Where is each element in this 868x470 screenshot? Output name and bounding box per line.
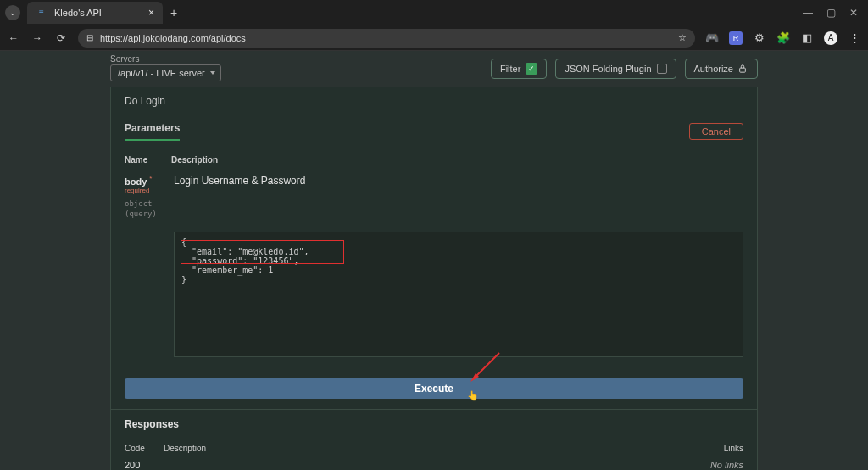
forward-button[interactable]: →: [31, 31, 44, 45]
reload-button[interactable]: ⟳: [54, 31, 68, 45]
servers-label: Servers: [110, 54, 139, 64]
execute-button[interactable]: Execute: [125, 378, 743, 399]
cancel-button[interactable]: Cancel: [689, 123, 743, 140]
col-header-name: Name: [125, 155, 171, 165]
response-description: successful operation: [164, 460, 693, 470]
response-links: No links: [693, 460, 743, 470]
resp-col-code: Code: [125, 444, 164, 453]
profile-avatar-icon[interactable]: A: [824, 31, 837, 45]
json-folding-button[interactable]: JSON Folding Plugin: [555, 59, 676, 79]
resp-col-links: Links: [693, 444, 743, 453]
back-button[interactable]: ←: [7, 31, 20, 45]
json-folding-checkbox-icon: [657, 64, 667, 74]
bookmark-star-icon[interactable]: ☆: [678, 32, 687, 43]
lock-icon: [738, 64, 748, 74]
tab-favicon-icon: ≡: [36, 7, 47, 19]
maximize-icon[interactable]: ▢: [826, 7, 836, 19]
tab-dropdown-icon[interactable]: ⌄: [5, 5, 20, 20]
new-tab-button[interactable]: +: [163, 2, 185, 24]
extension-gear-icon[interactable]: ⚙: [753, 31, 766, 45]
gamepad-icon[interactable]: 🎮: [705, 31, 719, 45]
extensions-puzzle-icon[interactable]: 🧩: [776, 31, 790, 45]
minimize-icon[interactable]: ―: [803, 7, 813, 19]
col-header-description: Description: [171, 155, 218, 165]
response-row: 200 successful operation No links: [111, 456, 757, 470]
json-folding-label: JSON Folding Plugin: [565, 64, 651, 74]
site-info-icon[interactable]: ⊟: [86, 33, 93, 42]
filter-button[interactable]: Filter ✓: [491, 59, 547, 79]
close-window-icon[interactable]: ✕: [849, 7, 858, 19]
response-code: 200: [125, 460, 164, 470]
param-name: body: [125, 176, 147, 187]
param-in: (query): [125, 210, 157, 218]
authorize-label: Authorize: [694, 64, 733, 74]
param-name-cell: body * required object (query): [125, 175, 174, 218]
param-description: Login Username & Password: [174, 175, 743, 218]
authorize-button[interactable]: Authorize: [685, 59, 758, 79]
request-body-textarea[interactable]: [174, 232, 743, 357]
url-text: https://api.jokolodang.com/api/docs: [100, 33, 246, 43]
param-type: object: [125, 199, 153, 208]
close-tab-icon[interactable]: ×: [148, 7, 154, 19]
server-select-value: /api/v1/ - LIVE server: [118, 68, 205, 78]
tab-title: Kledo's API: [54, 8, 102, 18]
browser-tab[interactable]: ≡ Kledo's API ×: [27, 2, 163, 24]
parameters-tab[interactable]: Parameters: [125, 122, 180, 141]
responses-heading: Responses: [111, 409, 757, 439]
filter-check-icon: ✓: [526, 63, 537, 75]
operation-panel: Do Login Parameters Cancel Name Descript…: [110, 87, 758, 470]
filter-label: Filter: [500, 64, 520, 74]
extension-r-icon[interactable]: R: [729, 31, 743, 45]
server-select[interactable]: /api/v1/ - LIVE server: [110, 64, 221, 81]
svg-rect-0: [740, 68, 746, 72]
operation-description: Do Login: [111, 87, 757, 115]
address-bar[interactable]: ⊟ https://api.jokolodang.com/api/docs ☆: [78, 29, 695, 48]
sidepanel-icon[interactable]: ◧: [800, 31, 814, 45]
resp-col-description: Description: [164, 444, 693, 453]
kebab-menu-icon[interactable]: ⋮: [848, 31, 861, 45]
